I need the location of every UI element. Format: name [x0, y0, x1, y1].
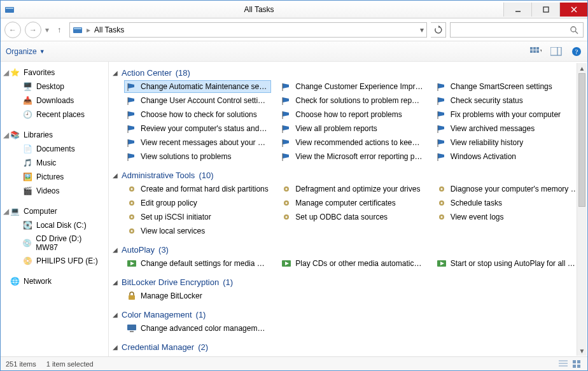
address-crumb[interactable]: All Tasks [94, 25, 124, 34]
details-view-button[interactable] [558, 360, 568, 368]
task-item[interactable]: Create and format hard disk partitions [124, 183, 271, 195]
task-item[interactable]: Manage BitLocker [124, 290, 271, 302]
task-item[interactable]: Diagnose your computer's memory … [434, 183, 581, 195]
minimize-button[interactable] [503, 3, 531, 17]
up-button[interactable]: ↑ [53, 24, 66, 36]
play-icon [127, 258, 137, 269]
task-item[interactable]: Manage computer certificates [279, 197, 426, 209]
scroll-up-button[interactable]: ▲ [577, 63, 587, 73]
group-header[interactable]: ◢Action Center(18) [113, 64, 581, 80]
task-item[interactable]: View archived messages [434, 122, 581, 135]
task-label: Change default settings for media or… [141, 259, 269, 268]
task-item[interactable]: Choose how to check for solutions [124, 108, 271, 121]
task-item[interactable]: Edit group policy [124, 197, 271, 209]
task-item[interactable]: Check security status [434, 94, 581, 107]
task-item[interactable]: Check for solutions to problem repo… [279, 94, 426, 107]
task-item[interactable]: Choose how to report problems [279, 108, 426, 121]
task-item[interactable]: Change advanced color manageme… [124, 322, 271, 335]
task-label: Windows Activation [451, 152, 516, 161]
svg-point-77 [131, 230, 133, 232]
task-item[interactable]: View recommended actions to keep … [279, 136, 426, 149]
gear-icon [127, 226, 137, 236]
nav-libraries[interactable]: ◢ 📚 Libraries [1, 128, 108, 142]
address-history-dropdown[interactable]: ▾ [420, 25, 424, 34]
task-item[interactable]: Windows Activation [434, 150, 581, 163]
nav-favorites[interactable]: ◢ ⭐ Favorites [1, 66, 108, 80]
network-icon: 🌐 [10, 276, 20, 286]
scroll-down-button[interactable]: ▼ [577, 346, 587, 356]
svg-point-69 [440, 202, 442, 204]
nav-cd-drive[interactable]: 💿CD Drive (D:) MW87 [1, 232, 108, 254]
nav-desktop[interactable]: 🖥️Desktop [1, 80, 108, 94]
svg-marker-54 [283, 153, 289, 158]
nav-recent[interactable]: 🕘Recent places [1, 108, 108, 122]
svg-rect-7 [74, 28, 81, 29]
vertical-scrollbar[interactable]: ▲ ▼ [577, 63, 587, 356]
nav-computer[interactable]: ◢ 💻 Computer [1, 204, 108, 218]
task-item[interactable]: View recent messages about your co… [124, 136, 271, 149]
nav-videos[interactable]: 🎬Videos [1, 184, 108, 198]
task-item[interactable]: View all problem reports [279, 122, 426, 135]
preview-pane-button[interactable] [550, 46, 562, 57]
nav-usb-drive[interactable]: 📀PHILIPS UFD (E:) [1, 254, 108, 268]
nav-local-disk[interactable]: 💽Local Disk (C:) [1, 218, 108, 232]
help-button[interactable]: ? [571, 46, 582, 57]
task-label: Set up iSCSI initiator [141, 213, 211, 221]
task-item[interactable]: Change default settings for media or… [124, 257, 271, 270]
nav-downloads[interactable]: 📥Downloads [1, 94, 108, 108]
task-item[interactable]: Start or stop using AutoPlay for all … [434, 257, 581, 270]
task-item[interactable]: View reliability history [434, 136, 581, 149]
back-button[interactable]: ← [4, 22, 21, 38]
group-count: (18) [176, 68, 190, 78]
task-item[interactable]: View solutions to problems [124, 150, 271, 163]
task-item[interactable]: Review your computer's status and r… [124, 122, 271, 135]
task-item[interactable]: Play CDs or other media automatically [279, 257, 426, 270]
icons-view-button[interactable] [572, 360, 582, 368]
group-header[interactable]: ◢AutoPlay(3) [113, 241, 581, 257]
group-header[interactable]: ◢Administrative Tools(10) [113, 167, 581, 183]
refresh-button[interactable] [431, 22, 446, 38]
task-item[interactable]: View the Microsoft error reporting pr… [279, 150, 426, 163]
maximize-button[interactable] [531, 3, 559, 17]
forward-button[interactable]: → [25, 22, 41, 38]
gear-icon [127, 184, 137, 194]
scroll-track[interactable] [577, 73, 587, 346]
svg-point-63 [440, 188, 442, 190]
recent-icon: 🕘 [22, 109, 32, 120]
nav-network[interactable]: 🌐 Network [1, 274, 108, 288]
nav-pictures[interactable]: 🖼️Pictures [1, 170, 108, 184]
usb-icon: 📀 [22, 256, 32, 266]
organize-menu[interactable]: Organize ▼ [6, 47, 45, 56]
task-item[interactable]: Defragment and optimize your drives [279, 183, 426, 195]
svg-marker-46 [128, 139, 134, 144]
group-header[interactable]: ◢Credential Manager(2) [113, 339, 581, 354]
group-header[interactable]: ◢Color Management(1) [113, 306, 581, 322]
task-item[interactable]: Set up iSCSI initiator [124, 211, 271, 223]
task-item[interactable]: Change Automatic Maintenance set… [124, 80, 271, 93]
search-box[interactable] [450, 22, 584, 38]
search-input[interactable] [454, 25, 569, 35]
task-item[interactable]: View event logs [434, 211, 581, 223]
task-item[interactable]: Change Customer Experience Impro… [279, 80, 426, 93]
task-item[interactable]: View local services [124, 225, 271, 237]
view-options-button[interactable] [530, 46, 542, 57]
recent-locations-dropdown[interactable]: ▾ [45, 25, 49, 34]
task-item[interactable]: Schedule tasks [434, 197, 581, 209]
nav-music[interactable]: 🎵Music [1, 156, 108, 170]
group-name: Administrative Tools [122, 171, 195, 180]
collapse-icon: ◢ [113, 311, 118, 318]
status-item-count: 251 items [6, 360, 36, 368]
task-label: Schedule tasks [451, 199, 502, 207]
close-button[interactable] [559, 3, 587, 17]
group-header[interactable]: ◢BitLocker Drive Encryption(1) [113, 274, 581, 290]
task-item[interactable]: Change User Account Control settings [124, 94, 271, 107]
chevron-down-icon: ▼ [39, 48, 45, 55]
task-item[interactable]: Change SmartScreen settings [434, 80, 581, 93]
task-item[interactable]: Fix problems with your computer [434, 108, 581, 121]
task-item[interactable]: Set up ODBC data sources [279, 211, 426, 223]
nav-documents[interactable]: 📄Documents [1, 142, 108, 156]
gear-icon [281, 184, 291, 194]
scroll-thumb[interactable] [578, 73, 585, 207]
gear-icon [281, 212, 291, 222]
address-bar[interactable]: ▸ All Tasks ▾ [69, 22, 427, 38]
